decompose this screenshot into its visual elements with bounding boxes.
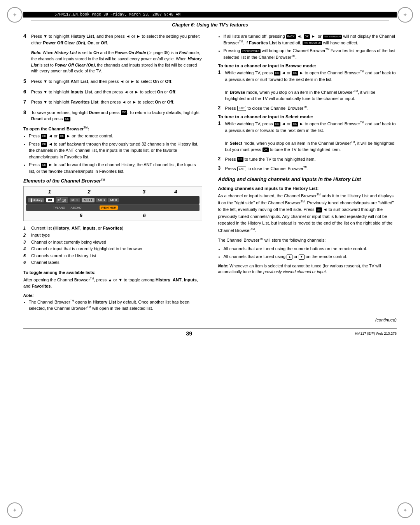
page-footer: 39 HM117 (E/F) Web 213.276 [23, 328, 397, 337]
diag-num-2: 2 [88, 189, 90, 195]
step-5-text: Press ▼ to highlight ANT List, and then … [31, 78, 172, 85]
step-5-num: 5 [23, 78, 29, 84]
cb-row-2: TVLAND ABCHD WEATHER [26, 204, 200, 211]
right-top-bullets: If all lists are turned off, pressing BA… [224, 33, 397, 60]
page-number: 39 [186, 330, 192, 337]
cb-history-label: ▐ History [28, 198, 44, 202]
cb-ch-mi11: MI 11 [82, 198, 94, 202]
select-step-3: 3 Press EXIT to close the Channel Browse… [218, 165, 397, 172]
legend-item-3: 3Channel or input currently being viewed [23, 239, 202, 246]
diag-num-5: 5 [80, 212, 82, 218]
legend-item-1: 1Current list (History, ANT, Inputs, or … [23, 225, 202, 232]
cb-ch-mi3: MI 3 [96, 198, 107, 202]
browse-step-1-num: 1 [218, 70, 223, 75]
diag-num-1: 1 [48, 189, 51, 195]
diagram-bottom-numbers: 5 6 [26, 212, 200, 218]
adding-text: As a channel or input is tuned, the Chan… [218, 192, 397, 234]
step-4: 4 Press ▼ to highlight History List, and… [23, 33, 202, 46]
corner-br-decoration: ✦ [397, 502, 413, 518]
bullet-open-2: Press OK ◄ to surf backward through the … [29, 141, 202, 160]
cb-channels: 88 F7 10 MI 2 MI 11 MI 3 MI 8 [46, 197, 119, 203]
cb-label-weather: WEATHER [100, 205, 118, 210]
cb-ch-mi8: MI 8 [108, 198, 119, 202]
step-7: 7 Press ▼ to highlight Favorites List, t… [23, 99, 202, 105]
step-8-num: 8 [23, 109, 29, 115]
to-toggle-text: After opening the Channel BrowserTM, pre… [23, 277, 202, 290]
step-4-num: 4 [23, 33, 29, 39]
step-6-num: 6 [23, 89, 29, 95]
corner-tr-decoration: ✦ [397, 7, 413, 23]
diag-num-6: 6 [143, 212, 146, 218]
diagram-title: Elements of the Channel BrowserTM [23, 178, 202, 184]
right-bullet-2: Pressing FAV BROWSER will bring up the C… [224, 47, 397, 60]
note-toggle-bullet-1: The Channel BrowserTM opens in History L… [29, 299, 202, 312]
chapter-title: Chapter 6: Using the TV's features [31, 21, 389, 29]
to-toggle-heading: To toggle among the available lists: [23, 270, 202, 275]
page: ✦ ✦ ✦ ✦ 57HM117_EN.book Page 39 Friday, … [0, 0, 420, 525]
cb-ch-f710: F7 10 [56, 197, 68, 203]
select-step-2-text: Press OK to tune the TV to the highlight… [225, 156, 316, 163]
legend-item-6: 6Channel labels [23, 259, 202, 266]
select-step-2-num: 2 [218, 156, 223, 162]
adding-heading: Adding and clearing channels and inputs … [218, 176, 397, 183]
to-open-heading: To open the Channel BrowserTM: [23, 126, 202, 131]
file-info-text: 57HM117_EN.book Page 39 Friday, March 23… [54, 12, 180, 17]
legend-list: 1Current list (History, ANT, Inputs, or … [23, 225, 202, 266]
step-7-text: Press ▼ to highlight Favorites List, the… [31, 99, 174, 105]
step-6-text: Press ▼ to highlight Inputs List, and th… [31, 89, 177, 95]
left-column: 4 Press ▼ to highlight History List, and… [23, 33, 206, 316]
select-step-1: 1 While watching TV, press OK ◄ or OK ► … [218, 121, 397, 153]
browse-mode-heading: To tune to a channel or input in Browse … [218, 63, 397, 68]
main-content: 4 Press ▼ to highlight History List, and… [23, 33, 397, 316]
legend-item-5: 5Channels stored in the History List [23, 253, 202, 260]
file-info-bar: 57HM117_EN.book Page 39 Friday, March 23… [23, 12, 397, 18]
browse-step-1: 1 While watching TV, press OK ◄ or OK ► … [218, 70, 397, 102]
select-mode-heading: To tune to a channel or input in Select … [218, 114, 397, 119]
step-6: 6 Press ▼ to highlight Inputs List, and … [23, 89, 202, 95]
cb-channel-labels: TVLAND ABCHD WEATHER [51, 205, 118, 210]
step-7-num: 7 [23, 99, 29, 105]
stores-bullet-1: All channels that are tuned using the nu… [224, 246, 397, 252]
adding-sub-heading: Adding channels and inputs to the Histor… [218, 186, 397, 191]
stores-heading-text: The Channel BrowserTM will store the fol… [218, 237, 397, 244]
legend-item-2: 2Input type [23, 232, 202, 239]
footer-model-info: HM117 (E/F) Web 213.276 [355, 332, 397, 335]
browse-step-2: 2 Press EXIT to close the Channel Browse… [218, 105, 397, 112]
diag-num-3: 3 [143, 189, 145, 195]
browse-step-2-num: 2 [218, 105, 223, 111]
step-8-text: To save your entries, highlight Done and… [31, 109, 202, 122]
browse-step-1-text: While watching TV, press OK ◄ or OK ► to… [225, 70, 397, 102]
select-step-1-text: While watching TV, press OK ◄ or OK ► to… [225, 121, 397, 153]
diagram-section: Elements of the Channel BrowserTM 1 2 3 … [23, 178, 202, 266]
right-column: If all lists are turned off, pressing BA… [214, 33, 397, 316]
bullet-open-1: Press OK ◄ or OK ► on the remote control… [29, 133, 202, 139]
cb-label-abchd: ABCHD [69, 205, 83, 210]
step-5: 5 Press ▼ to highlight ANT List, and the… [23, 78, 202, 85]
note-toggle-bullets: The Channel BrowserTM opens in History L… [29, 299, 202, 312]
cb-label-tvland: TVLAND [51, 205, 67, 210]
stores-bullet-2: All channels that are tuned using ▲ or ▼… [224, 253, 397, 260]
cb-ch-88: 88 [46, 198, 54, 202]
select-step-1-num: 1 [218, 121, 223, 126]
select-step-3-num: 3 [218, 165, 223, 171]
diagram-container: 1 2 3 4 ▐ History 88 F7 10 MI 2 MI 11 [23, 186, 202, 221]
bullet-open-3: Press OK ► to surf forward through the c… [29, 162, 202, 174]
note-bottom: Note: Whenever an item is selected that … [218, 263, 397, 276]
note-step4: Note: When History List is set to On and… [31, 50, 202, 74]
cb-row-1: ▐ History 88 F7 10 MI 2 MI 11 MI 3 MI 8 [26, 196, 200, 204]
select-step-3-text: Press EXIT to close the Channel BrowserT… [225, 165, 309, 172]
note-toggle: Note: The Channel BrowserTM opens in His… [23, 293, 202, 312]
diagram-top-numbers: 1 2 3 4 [26, 189, 200, 195]
legend-item-4: 4Channel or input that is currently high… [23, 246, 202, 253]
select-step-2: 2 Press OK to tune the TV to the highlig… [218, 156, 397, 163]
right-bullet-1: If all lists are turned off, pressing BA… [224, 33, 397, 46]
corner-tl-decoration: ✦ [7, 7, 23, 23]
step-4-text: Press ▼ to highlight History List, and t… [31, 33, 202, 46]
step-8: 8 To save your entries, highlight Done a… [23, 109, 202, 122]
diag-num-4: 4 [174, 189, 177, 195]
cb-ch-mi2: MI 2 [70, 198, 80, 202]
to-open-bullets: Press OK ◄ or OK ► on the remote control… [29, 133, 202, 174]
stores-bullets: All channels that are tuned using the nu… [224, 246, 397, 260]
continued-label: (continued) [0, 318, 397, 322]
browse-step-2-text: Press EXIT to close the Channel BrowserT… [225, 105, 309, 112]
